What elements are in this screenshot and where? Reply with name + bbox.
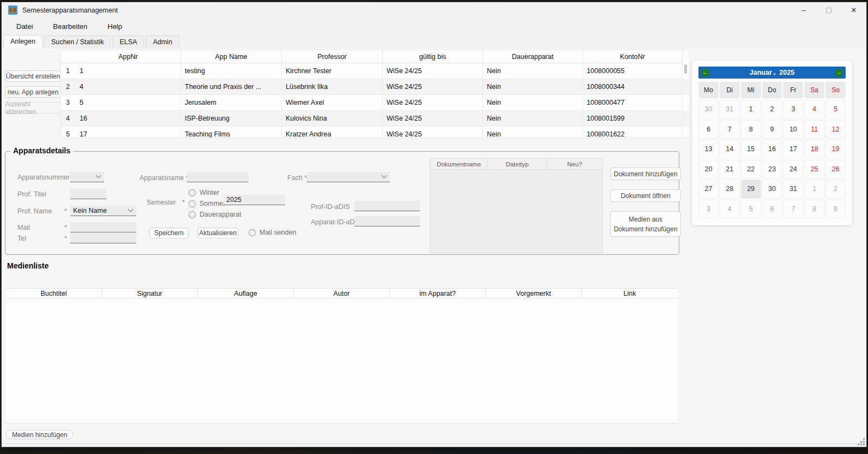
column-header-appnr[interactable]: AppNr [76, 50, 181, 63]
resize-grip[interactable] [857, 438, 865, 445]
calendar-day[interactable]: 26 [825, 160, 846, 179]
calendar-day[interactable]: 23 [762, 160, 782, 179]
calendar-day[interactable]: 24 [783, 160, 803, 179]
calendar-day[interactable]: 30 [762, 180, 782, 199]
calendar-day[interactable]: 12 [825, 120, 846, 139]
column-header-professor[interactable]: Professor [282, 50, 383, 63]
calendar-day[interactable]: 30 [698, 100, 719, 119]
table-row[interactable]: 3 5 Jerusalem Wiemer Axel WiSe 24/25 Nei… [61, 95, 689, 111]
speichern-button[interactable]: Speichern [149, 228, 189, 238]
medien-aus-dokument-button[interactable]: Medien aus Dokument hinzufügen [610, 211, 681, 237]
tab-anlegen[interactable]: Anlegen [3, 35, 43, 49]
radio-winter[interactable]: Winter [189, 189, 219, 196]
calendar-day[interactable]: 4 [804, 100, 824, 119]
calendar-day[interactable]: 7 [783, 200, 803, 219]
calendar-day[interactable]: 21 [720, 160, 740, 179]
column-header-dokumentname[interactable]: Dokumentname [430, 159, 488, 169]
column-header-signatur[interactable]: Signatur [102, 289, 198, 298]
auswahl-abbrechen-button[interactable]: Auswahl abbrechen [5, 102, 61, 113]
calendar-day[interactable]: 19 [825, 140, 846, 159]
radio-dauerapparat[interactable]: Dauerapparat [189, 211, 241, 218]
calendar-day[interactable]: 22 [741, 160, 761, 179]
aktualisieren-button[interactable]: Aktualisieren [197, 228, 238, 238]
menu-help[interactable]: Help [101, 21, 128, 32]
calendar-day[interactable]: 31 [783, 180, 803, 199]
calendar-day[interactable]: 28 [720, 180, 740, 199]
calendar-day[interactable]: 8 [741, 120, 761, 139]
menu-bearbeiten[interactable]: Bearbeiten [47, 21, 93, 32]
calendar-day[interactable]: 3 [783, 100, 803, 119]
dokument-oeffnen-button[interactable]: Dokument öffnen [610, 189, 681, 202]
calendar-day[interactable]: 25 [804, 160, 824, 179]
calendar-day[interactable]: 8 [804, 200, 824, 219]
column-header-link[interactable]: Link [582, 289, 678, 298]
calendar-day[interactable]: 6 [762, 200, 782, 219]
fach-select[interactable] [307, 172, 390, 182]
calendar-day[interactable]: 16 [762, 140, 782, 159]
tab-admin[interactable]: Admin [146, 35, 179, 49]
medien-hinzufuegen-button[interactable]: Medien hinzufügen [6, 430, 73, 439]
calendar-day[interactable]: 11 [804, 120, 824, 139]
calendar-day[interactable]: 1 [741, 100, 761, 119]
calendar-day[interactable]: 31 [720, 100, 740, 119]
calendar-day[interactable]: 4 [720, 200, 740, 219]
calendar-day[interactable]: 3 [698, 200, 719, 219]
neu-app-anlegen-button[interactable]: neu. App anlegen [5, 86, 61, 98]
calendar-day[interactable]: 6 [698, 120, 719, 139]
uebersicht-erstellen-button[interactable]: Übersicht erstellen [5, 70, 61, 82]
column-header-autor[interactable]: Autor [294, 289, 390, 298]
tab-suchen-statistik[interactable]: Suchen / Statistik [44, 35, 111, 49]
column-header-buchtitel[interactable]: Buchtitel [6, 289, 102, 298]
prof-titel-field[interactable] [70, 189, 106, 199]
column-header-dateityp[interactable]: Dateityp [488, 159, 547, 169]
calendar-day[interactable]: 9 [825, 200, 846, 219]
calendar-day[interactable]: 20 [698, 160, 719, 179]
calendar-day[interactable]: 9 [762, 120, 782, 139]
apparatsnummer-select[interactable] [70, 172, 104, 182]
column-header-neu[interactable]: Neu? [547, 159, 602, 169]
mail-senden-checkbox[interactable]: Mail senden [249, 229, 296, 236]
table-row[interactable]: 2 4 Theorie und Praxis der ... Lüsebrink… [61, 79, 689, 95]
scrollbar-thumb[interactable] [684, 64, 687, 74]
calendar-day[interactable]: 14 [720, 140, 740, 159]
calendar-day[interactable]: 2 [825, 180, 846, 199]
calendar-day[interactable]: 7 [720, 120, 740, 139]
calendar-day[interactable]: 1 [804, 180, 824, 199]
semester-year-field[interactable] [224, 195, 285, 205]
tab-elsa[interactable]: ELSA [112, 35, 144, 49]
calendar-next-button[interactable]: → [835, 69, 843, 77]
apparatsname-field[interactable] [187, 172, 249, 182]
dokument-hinzufuegen-button[interactable]: Dokument hinzufügen [610, 168, 681, 180]
column-header-kontonr[interactable]: KontoNr [583, 50, 683, 63]
calendar-month-year[interactable]: Januar▾ 2025 [750, 69, 794, 76]
calendar-day[interactable]: 27 [698, 180, 719, 199]
menu-datei[interactable]: Datei [10, 21, 39, 32]
column-header-vorgemerkt[interactable]: Vorgemerkt [486, 289, 582, 298]
calendar-prev-button[interactable]: ← [701, 69, 709, 77]
table-scrollbar[interactable] [684, 64, 688, 135]
table-row[interactable]: 4 16 ISP-Betreuung Kulovics Nina WiSe 24… [61, 111, 689, 127]
tel-field[interactable] [70, 233, 136, 243]
calendar-day[interactable]: 5 [825, 100, 846, 119]
calendar-day[interactable]: 17 [783, 140, 803, 159]
calendar-day[interactable]: 13 [698, 140, 719, 159]
table-row[interactable]: 5 17 Teaching Films Kratzer Andrea WiSe … [61, 127, 689, 138]
column-header-app-name[interactable]: App Name [181, 50, 282, 63]
column-header-dauerapparat[interactable]: Dauerapparat [483, 50, 583, 63]
close-button[interactable]: ✕ [841, 2, 866, 18]
prof-name-select[interactable]: Kein Name [70, 206, 136, 216]
radio-sommer[interactable]: Sommer [189, 200, 225, 207]
mail-field[interactable] [70, 222, 136, 232]
maximize-button[interactable] [816, 2, 841, 18]
calendar-day[interactable]: 5 [741, 200, 761, 219]
apparat-id-adis-field[interactable] [354, 216, 420, 226]
column-header-auflage[interactable]: Auflage [198, 289, 294, 298]
calendar-day[interactable]: 18 [804, 140, 824, 159]
column-header-gueltig-bis[interactable]: gültig bis [383, 50, 483, 63]
calendar-day[interactable]: 2 [762, 100, 782, 119]
calendar-day-today[interactable]: 29 [741, 180, 761, 199]
calendar-day[interactable]: 10 [783, 120, 803, 139]
column-header-im-apparat[interactable]: im Apparat? [390, 289, 486, 298]
calendar-day[interactable]: 15 [741, 140, 761, 159]
minimize-button[interactable]: – [791, 2, 816, 18]
